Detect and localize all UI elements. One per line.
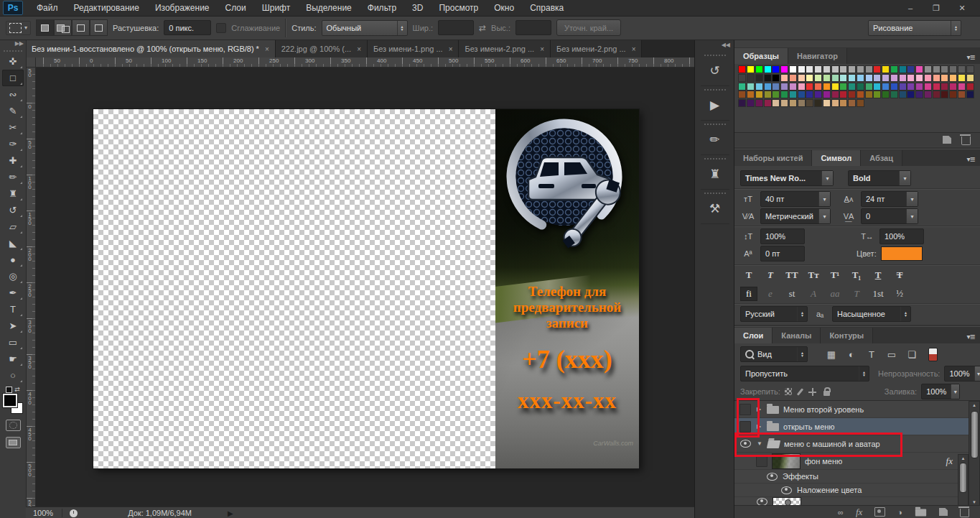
scroll-up-icon[interactable]: ▲ [961, 455, 966, 463]
color-swatch[interactable] [924, 83, 932, 91]
color-swatch[interactable] [831, 99, 839, 107]
color-swatch[interactable] [958, 91, 966, 98]
text-style-button-1[interactable]: T [762, 268, 779, 282]
blend-mode-select[interactable]: Пропустить ▲▼ [740, 366, 869, 381]
selection-add-button[interactable] [54, 19, 72, 36]
color-swatch[interactable] [738, 74, 746, 82]
color-swatch[interactable] [780, 65, 788, 73]
layer-filter-select[interactable]: Вид ▲▼ [740, 346, 808, 362]
text-style-button-7[interactable]: Ŧ [891, 268, 908, 282]
color-swatch[interactable] [865, 65, 873, 73]
text-style-button-6[interactable]: T [869, 268, 887, 282]
color-swatch[interactable] [865, 91, 873, 98]
ruler-origin-corner[interactable] [26, 57, 36, 68]
color-swatch[interactable] [958, 65, 966, 73]
crop-tool[interactable]: ✂ [2, 119, 24, 136]
filter-smart-objects-icon[interactable]: ❏ [904, 347, 920, 361]
scroll-up-icon[interactable]: ▲ [972, 402, 976, 410]
color-swatch[interactable] [755, 74, 763, 82]
color-swatch[interactable] [958, 74, 966, 82]
visibility-checkbox[interactable] [756, 455, 767, 467]
vertical-ruler[interactable]: 50050100150200250300350400450500550 [26, 67, 36, 507]
lock-all-icon[interactable] [823, 391, 830, 396]
color-swatch[interactable] [823, 99, 831, 107]
color-swatch[interactable] [966, 74, 974, 82]
eraser-tool[interactable]: ▱ [2, 218, 24, 235]
tab-close-icon[interactable]: × [632, 45, 636, 53]
color-swatch[interactable] [780, 99, 788, 107]
leading-select[interactable]: 24 пт▾ [861, 191, 918, 207]
color-swatch[interactable] [899, 91, 907, 98]
menu-item-5[interactable]: Выделение [298, 0, 360, 16]
expand-panels-icon[interactable]: ◀◀ [695, 40, 734, 52]
menu-item-1[interactable]: Редактирование [66, 0, 147, 16]
visibility-checkbox[interactable] [739, 404, 751, 415]
eye-icon[interactable] [781, 486, 792, 494]
document-tab-2[interactable]: Без имени-1.png ...× [368, 40, 459, 57]
new-layer-icon[interactable] [939, 508, 948, 516]
color-swatch[interactable] [949, 65, 957, 73]
color-swatch[interactable] [839, 83, 847, 91]
color-swatch[interactable] [806, 91, 813, 98]
opentype-button-7[interactable]: ½ [891, 287, 908, 301]
font-style-select[interactable]: Bold▾ [848, 170, 911, 186]
color-swatch[interactable] [915, 74, 923, 82]
scrollbar-thumb[interactable] [959, 463, 967, 493]
tab-close-icon[interactable]: × [540, 45, 544, 53]
color-swatch[interactable] [814, 83, 822, 91]
color-swatch[interactable] [848, 65, 856, 73]
hand-tool[interactable]: ☛ [2, 351, 24, 367]
menu-item-0[interactable]: Файл [29, 0, 66, 16]
refine-edge-button[interactable]: Уточн. край... [556, 19, 621, 36]
filter-type-layers-icon[interactable]: T [864, 347, 879, 361]
font-size-select[interactable]: 40 пт▾ [760, 191, 831, 207]
language-select[interactable]: Русский▲▼ [740, 306, 808, 322]
color-swatch[interactable] [831, 65, 839, 73]
selection-new-button[interactable] [36, 19, 54, 36]
color-swatch[interactable] [814, 74, 822, 82]
layer-thumbnail[interactable] [772, 453, 801, 469]
history-panel-button[interactable]: ↺ [701, 52, 729, 86]
tool-presets-panel-button[interactable]: ✏ [701, 121, 729, 155]
color-swatch[interactable] [949, 91, 957, 98]
new-group-icon[interactable] [915, 509, 926, 517]
actions-panel-button[interactable]: ▶ [701, 86, 729, 121]
color-swatch[interactable] [941, 74, 948, 82]
filter-shape-layers-icon[interactable]: ▭ [884, 347, 900, 361]
character-tab-0[interactable]: Наборы кистей [734, 150, 812, 166]
color-swatch[interactable] [915, 91, 923, 98]
status-menu-arrow-icon[interactable]: ▶ [228, 509, 233, 517]
color-swatch[interactable] [831, 74, 839, 82]
lasso-tool[interactable]: ∾ [2, 86, 24, 103]
font-family-select[interactable]: Times New Ro...▾ [740, 170, 834, 186]
color-swatch[interactable] [823, 74, 831, 82]
color-swatch[interactable] [848, 91, 856, 98]
menu-item-8[interactable]: Просмотр [431, 0, 486, 16]
minimize-button[interactable]: – [905, 4, 915, 13]
color-swatch[interactable] [780, 74, 788, 82]
color-swatch[interactable] [941, 83, 948, 91]
color-swatch[interactable] [798, 83, 806, 91]
effects-header-row[interactable]: Эффекты [734, 470, 970, 484]
rectangular-marquee-tool[interactable]: □ [2, 70, 24, 86]
color-swatch[interactable] [755, 65, 763, 73]
color-swatch[interactable] [924, 65, 932, 73]
menu-item-10[interactable]: Справка [522, 0, 571, 16]
menu-item-7[interactable]: 3D [404, 0, 431, 16]
color-swatch[interactable] [857, 91, 864, 98]
color-swatch[interactable] [865, 74, 873, 82]
filtering-toggle[interactable] [928, 348, 938, 361]
color-swatch[interactable] [958, 83, 966, 91]
document-tab-4[interactable]: Без имени-2.png ...× [551, 40, 643, 57]
color-swatch[interactable] [764, 99, 772, 107]
menu-item-3[interactable]: Слои [218, 0, 254, 16]
tab-close-icon[interactable]: × [357, 45, 361, 53]
opentype-button-4[interactable]: aa [826, 287, 844, 301]
color-swatch[interactable] [780, 83, 788, 91]
swatches-tab-1[interactable]: Навигатор [788, 48, 847, 64]
color-swatch[interactable] [764, 83, 772, 91]
color-swatch[interactable] [789, 65, 797, 73]
collapse-toolbar-icon[interactable]: ▶▶ [0, 40, 26, 49]
color-swatch[interactable] [941, 91, 948, 98]
opentype-button-2[interactable]: st [783, 287, 801, 301]
